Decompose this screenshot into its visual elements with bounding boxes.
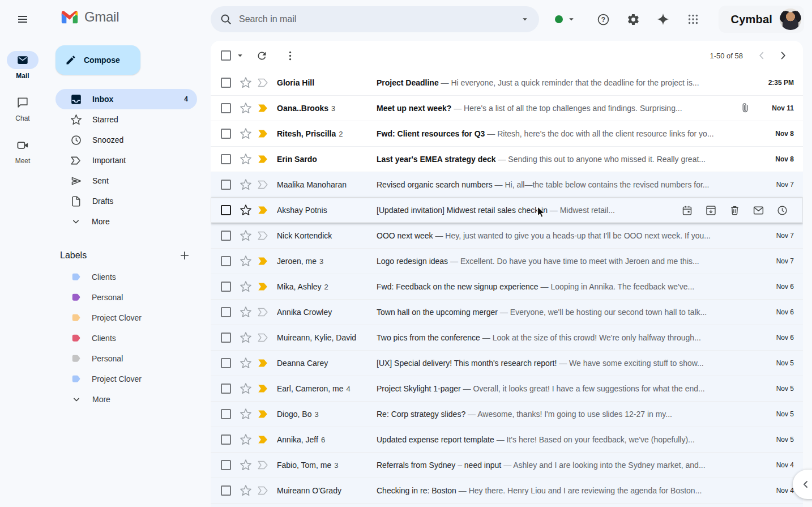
search-icon[interactable] — [220, 13, 232, 25]
importance-marker-icon[interactable] — [257, 280, 270, 293]
importance-marker-icon[interactable] — [257, 127, 270, 140]
search-bar[interactable] — [211, 6, 539, 32]
importance-marker-icon[interactable] — [257, 382, 270, 395]
email-select-checkbox[interactable] — [221, 205, 231, 215]
mark-as-read-button[interactable] — [746, 199, 770, 221]
email-select-checkbox[interactable] — [221, 358, 231, 368]
email-select-checkbox[interactable] — [221, 434, 231, 445]
star-toggle-icon[interactable] — [240, 306, 252, 318]
email-row[interactable]: Erin Sardo Last year's EMEA strategy dec… — [211, 147, 803, 172]
archive-button[interactable] — [699, 199, 723, 221]
star-toggle-icon[interactable] — [240, 102, 252, 114]
compose-button[interactable]: Compose — [55, 45, 140, 75]
snooze-button[interactable] — [770, 199, 794, 221]
email-select-checkbox[interactable] — [221, 256, 231, 266]
settings-button[interactable] — [619, 6, 647, 33]
star-toggle-icon[interactable] — [240, 408, 252, 420]
importance-marker-icon[interactable] — [257, 357, 270, 369]
importance-marker-icon[interactable] — [257, 229, 270, 242]
email-row[interactable]: Deanna Carey [UX] Special delivery! This… — [211, 351, 803, 376]
importance-marker-icon[interactable] — [257, 204, 270, 216]
star-toggle-icon[interactable] — [240, 382, 252, 395]
more-options-button[interactable] — [278, 44, 302, 67]
delete-button[interactable] — [723, 199, 746, 221]
rsvp-calendar-button[interactable] — [675, 199, 699, 221]
email-select-checkbox[interactable] — [221, 307, 231, 317]
email-row[interactable]: Ritesh, Priscilla 2 Fwd: Client resource… — [211, 121, 803, 147]
star-toggle-icon[interactable] — [240, 280, 252, 293]
help-button[interactable]: ? — [589, 6, 617, 33]
email-row[interactable]: Jeroen, me 3 Logo redesign ideas — Excel… — [211, 249, 803, 274]
sidebar-label-project-clover[interactable]: Project Clover — [55, 369, 197, 389]
account-switcher[interactable]: Cymbal — [719, 6, 804, 33]
sidebar-label-clients[interactable]: Clients — [55, 267, 197, 287]
importance-marker-icon[interactable] — [257, 178, 270, 191]
star-toggle-icon[interactable] — [240, 76, 252, 89]
google-apps-button[interactable] — [679, 6, 707, 33]
email-select-checkbox[interactable] — [221, 282, 231, 292]
email-row[interactable]: Diogo, Bo 3 Re: Corp strategy slides? — … — [211, 402, 803, 427]
main-menu-button[interactable] — [9, 6, 36, 33]
email-select-checkbox[interactable] — [221, 78, 231, 88]
sidebar-item-inbox[interactable]: Inbox 4 — [55, 89, 197, 109]
email-row[interactable]: Muireann O'Grady Checking in re: Boston … — [211, 478, 803, 504]
importance-marker-icon[interactable] — [257, 76, 270, 89]
sidebar-label-personal[interactable]: Personal — [55, 287, 197, 308]
email-select-checkbox[interactable] — [221, 485, 231, 496]
sidebar-item-starred[interactable]: Starred — [55, 109, 197, 130]
star-toggle-icon[interactable] — [240, 255, 252, 267]
rail-item-chat[interactable]: Chat — [7, 93, 39, 122]
search-input[interactable] — [239, 14, 520, 24]
rail-item-mail[interactable]: Mail — [7, 51, 39, 80]
gemini-button[interactable] — [649, 6, 677, 33]
sidebar-item-drafts[interactable]: Drafts — [55, 191, 197, 211]
search-options-caret-icon[interactable] — [520, 14, 530, 24]
email-row[interactable]: Gloria Hill Project Deadline — Hi everyo… — [211, 70, 803, 96]
importance-marker-icon[interactable] — [257, 433, 270, 446]
email-row[interactable]: Muireann, Kylie, David Two pics from the… — [211, 325, 803, 351]
select-caret-icon[interactable] — [235, 50, 245, 61]
email-row[interactable]: Annika, Jeff 6 Updated expense report te… — [211, 427, 803, 453]
importance-marker-icon[interactable] — [257, 459, 270, 471]
sidebar-item-important[interactable]: Important — [55, 150, 197, 171]
create-label-button[interactable] — [176, 246, 194, 265]
importance-marker-icon[interactable] — [257, 306, 270, 318]
star-toggle-icon[interactable] — [240, 433, 252, 446]
rail-item-meet[interactable]: Meet — [7, 136, 39, 165]
email-select-checkbox[interactable] — [221, 460, 231, 470]
email-row[interactable]: Akshay Potnis [Updated invitation] Midwe… — [211, 198, 803, 223]
newer-page-button[interactable] — [751, 45, 772, 66]
email-select-checkbox[interactable] — [221, 180, 231, 190]
sidebar-label-personal[interactable]: Personal — [55, 348, 197, 369]
email-select-checkbox[interactable] — [221, 103, 231, 113]
importance-marker-icon[interactable] — [257, 331, 270, 344]
importance-marker-icon[interactable] — [257, 484, 270, 497]
user-avatar[interactable] — [780, 8, 801, 30]
importance-marker-icon[interactable] — [257, 255, 270, 267]
select-all-checkbox[interactable] — [221, 50, 231, 61]
star-toggle-icon[interactable] — [240, 178, 252, 191]
star-toggle-icon[interactable] — [240, 204, 252, 216]
email-select-checkbox[interactable] — [221, 333, 231, 343]
sidebar-label-project-clover[interactable]: Project Clover — [55, 308, 197, 328]
sidebar-item-sent[interactable]: Sent — [55, 171, 197, 191]
email-row[interactable]: Mika, Ashley 2 Fwd: Feedback on the new … — [211, 274, 803, 300]
email-select-checkbox[interactable] — [221, 231, 231, 241]
star-toggle-icon[interactable] — [240, 229, 252, 242]
select-all-control[interactable] — [221, 50, 245, 61]
star-toggle-icon[interactable] — [240, 357, 252, 369]
availability-status[interactable] — [555, 14, 576, 24]
email-select-checkbox[interactable] — [221, 384, 231, 394]
refresh-button[interactable] — [250, 44, 273, 67]
email-row[interactable]: Earl, Cameron, me 4 Project Skylight 1-p… — [211, 376, 803, 402]
sidebar-item-snoozed[interactable]: Snoozed — [55, 130, 197, 150]
email-row[interactable]: Maalika Manoharan Revised organic search… — [211, 172, 803, 198]
email-select-checkbox[interactable] — [221, 409, 231, 419]
star-toggle-icon[interactable] — [240, 127, 252, 140]
email-row[interactable]: Annika Crowley Town hall on the upcoming… — [211, 300, 803, 325]
sidebar-label-more[interactable]: More — [55, 389, 197, 410]
star-toggle-icon[interactable] — [240, 153, 252, 165]
email-row[interactable]: Nick Kortendick OOO next week — Hey, jus… — [211, 223, 803, 249]
star-toggle-icon[interactable] — [240, 484, 252, 497]
email-select-checkbox[interactable] — [221, 154, 231, 164]
